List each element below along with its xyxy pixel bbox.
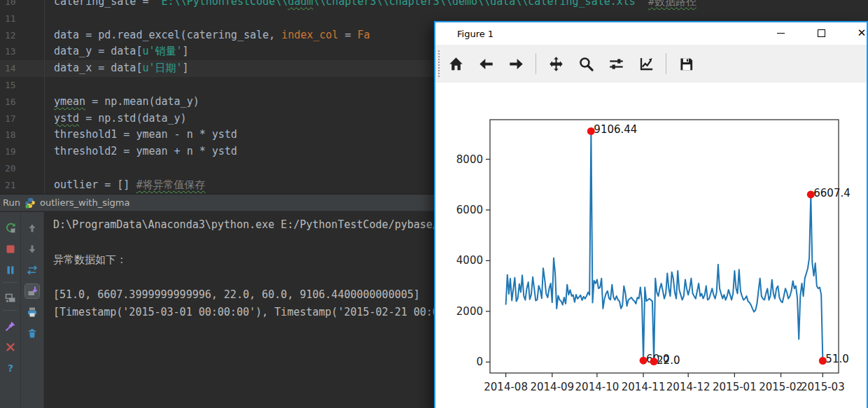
code-text	[45, 10, 54, 27]
y-tick-label: 4000	[456, 254, 483, 267]
matplotlib-logo-icon	[442, 28, 453, 39]
figure-titlebar[interactable]: Figure 1 ✕	[435, 22, 867, 45]
line-number: 19	[0, 143, 45, 160]
figure-window: Figure 1 ✕ 9106.4460.022.06607.451.00200…	[434, 21, 868, 408]
line-number: 11	[0, 10, 45, 27]
x-tick-label: 2014-09	[530, 381, 574, 393]
run-toolbar-console	[21, 212, 44, 408]
sales-series-line	[506, 132, 823, 362]
code-text: data_x = data[u'日期']	[45, 60, 189, 77]
toolbar-separator	[536, 53, 536, 74]
code-text: ystd = np.std(data_y)	[45, 111, 187, 127]
x-tick-label: 2014-11	[622, 381, 666, 393]
x-tick-label: 2014-10	[575, 381, 620, 393]
y-tick-label: 8000	[456, 153, 483, 166]
code-text: data = pd.read_excel(catering_sale, inde…	[45, 27, 370, 44]
code-text: catering_sale = 'E:\\PythonTestCode\\dad…	[45, 0, 696, 10]
y-tick-label: 6000	[456, 204, 483, 216]
python-icon	[24, 197, 36, 209]
stop-icon[interactable]	[4, 242, 18, 256]
x-tick-label: 2014-12	[666, 381, 710, 393]
code-text: threshold2 = ymean + n * ystd	[45, 143, 237, 160]
x-tick-label: 2015-01	[713, 381, 757, 393]
zoom-icon[interactable]	[575, 53, 596, 74]
outlier-label: 51.0	[825, 353, 848, 365]
code-line-10[interactable]: 10catering_sale = 'E:\\PythonTestCode\\d…	[0, 0, 868, 10]
show-console-icon[interactable]	[4, 291, 18, 305]
svg-text:?: ?	[7, 363, 13, 374]
y-tick-label: 0	[476, 356, 483, 368]
code-text	[45, 160, 54, 177]
figure-canvas[interactable]: 9106.4460.022.06607.451.0020004000600080…	[435, 83, 867, 408]
line-number: 14	[0, 60, 45, 77]
separator	[4, 282, 18, 286]
clear-all-icon[interactable]	[25, 326, 39, 340]
close-icon: ✕	[858, 28, 867, 38]
up-arrow-icon[interactable]	[25, 221, 39, 235]
close-button[interactable]: ✕	[851, 22, 868, 43]
code-text: threshold1 = ymean - n * ystd	[45, 127, 237, 143]
minimize-icon	[777, 33, 785, 34]
pause-icon[interactable]	[4, 263, 18, 277]
print-icon[interactable]	[25, 305, 39, 319]
outlier-label: 6607.4	[813, 187, 850, 199]
code-text: outlier = [] #将异常值保存	[45, 177, 205, 194]
line-number: 17	[0, 111, 45, 127]
customize-icon[interactable]	[636, 53, 657, 74]
line-number: 15	[0, 77, 45, 94]
figure-title: Figure 1	[457, 29, 493, 39]
pin-icon[interactable]	[4, 319, 18, 333]
x-tick-label: 2014-08	[484, 381, 528, 393]
code-text: ymean = np.mean(data_y)	[45, 94, 200, 111]
sales-line-chart: 9106.4460.022.06607.451.0020004000600080…	[435, 83, 867, 408]
line-number: 12	[0, 27, 45, 44]
x-tick-label: 2015-02	[759, 381, 803, 393]
figure-toolbar	[435, 45, 867, 83]
forward-icon[interactable]	[505, 53, 526, 74]
save-icon[interactable]	[676, 53, 696, 74]
softwrap-icon[interactable]	[25, 263, 39, 277]
line-number: 16	[0, 94, 45, 111]
maximize-button[interactable]	[811, 22, 832, 43]
close-icon[interactable]	[4, 340, 18, 354]
x-tick-label: 2015-03	[801, 381, 845, 393]
down-arrow-icon[interactable]	[25, 242, 39, 256]
separator	[4, 310, 18, 314]
back-icon[interactable]	[475, 53, 496, 74]
run-config-name: outliers_with_sigma	[40, 197, 130, 208]
code-text	[45, 77, 54, 94]
toolbar-separator	[666, 53, 666, 74]
line-number: 13	[0, 43, 45, 60]
home-icon[interactable]	[445, 53, 466, 74]
line-number: 10	[0, 0, 45, 10]
outlier-label: 9106.44	[594, 123, 637, 136]
line-number: 20	[0, 160, 45, 177]
code-text: data_y = data[u'销量']	[45, 43, 189, 60]
maximize-icon	[818, 29, 825, 37]
outlier-label: 22.0	[657, 354, 680, 367]
help-icon[interactable]: ?	[4, 361, 18, 375]
subplots-icon[interactable]	[606, 53, 626, 74]
line-number: 21	[0, 177, 45, 194]
minimize-button[interactable]	[770, 22, 791, 43]
y-tick-label: 2000	[456, 305, 483, 318]
plot-border	[490, 120, 839, 373]
pan-icon[interactable]	[545, 53, 566, 74]
rerun-icon[interactable]	[4, 221, 18, 235]
line-number: 18	[0, 127, 45, 143]
scroll-to-end-icon[interactable]	[25, 284, 39, 298]
run-toolbar-primary: ?	[0, 212, 21, 408]
run-tab-label: Run	[0, 197, 24, 208]
